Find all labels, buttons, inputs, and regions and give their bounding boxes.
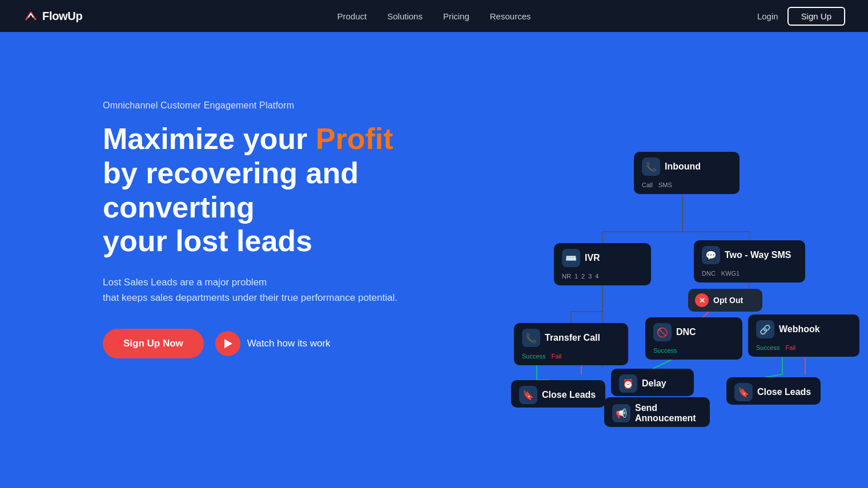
close-leads-right-icon: 🔖 — [734, 383, 753, 401]
inbound-tag-call: Call — [642, 182, 653, 188]
logo[interactable]: FlowUp — [23, 8, 82, 24]
webhook-tag-success: Success — [756, 344, 780, 351]
delay-icon: ⏰ — [619, 374, 637, 393]
navbar: FlowUp Product Solutions Pricing Resourc… — [0, 0, 868, 32]
node-close-leads-left: 🔖 Close Leads — [511, 380, 605, 408]
hero-description: Lost Sales Leads are a major problem tha… — [103, 275, 457, 305]
nav-pricing[interactable]: Pricing — [443, 11, 469, 21]
dnc-icon: 🚫 — [653, 323, 672, 341]
hero-subtitle: Omnichannel Customer Engagement Platform — [103, 100, 457, 111]
hero-desc-2: that keeps sales departments under their… — [103, 292, 397, 303]
transfer-tag-fail: Fail — [552, 353, 562, 360]
webhook-tag-fail: Fail — [786, 344, 796, 351]
node-transfer-call: 📞 Transfer Call Success Fail — [514, 323, 628, 365]
signup-hero-button[interactable]: Sign Up Now — [103, 329, 204, 358]
transfer-tag-success: Success — [522, 353, 546, 360]
node-webhook: 🔗 Webhook Success Fail — [748, 314, 859, 357]
play-triangle — [224, 339, 232, 348]
twoway-title: Two - Way SMS — [725, 250, 791, 260]
node-ivr: ⌨️ IVR NR 1 2 3 4 — [554, 243, 651, 285]
hero-title-prefix: Maximize your — [103, 122, 316, 155]
nav-links: Product Solutions Pricing Resources — [337, 11, 531, 21]
watch-button[interactable]: Watch how its work — [215, 331, 331, 356]
watch-label: Watch how its work — [247, 338, 331, 349]
nav-actions: Login Sign Up — [757, 7, 845, 26]
transfer-title: Transfer Call — [545, 333, 600, 343]
twoway-tag-dnc: DNC — [702, 270, 716, 277]
hero-title-line3: your lost leads — [103, 224, 312, 257]
signup-nav-button[interactable]: Sign Up — [787, 7, 845, 26]
node-inbound: 📞 Inbound Call SMS — [634, 152, 740, 194]
ivr-tag-2: 2 — [581, 273, 585, 280]
inbound-title: Inbound — [665, 162, 701, 172]
optout-title: Opt Out — [713, 296, 743, 305]
nav-solutions[interactable]: Solutions — [387, 11, 423, 21]
optout-x-icon: ✕ — [695, 293, 709, 307]
hero-title: Maximize your Profit by recovering and c… — [103, 122, 457, 259]
close-leads-right-title: Close Leads — [757, 387, 811, 397]
inbound-icon: 📞 — [642, 158, 660, 176]
ivr-tag-3: 3 — [588, 273, 592, 280]
webhook-title: Webhook — [779, 324, 820, 334]
webhook-icon: 🔗 — [756, 320, 774, 338]
ivr-icon: ⌨️ — [562, 249, 580, 267]
ivr-title: IVR — [585, 253, 600, 263]
hero-buttons: Sign Up Now Watch how its work — [103, 329, 457, 358]
close-leads-left-title: Close Leads — [542, 390, 596, 400]
hero-section: Omnichannel Customer Engagement Platform… — [0, 32, 868, 488]
delay-title: Delay — [642, 378, 666, 389]
hero-title-line2: by recovering and converting — [103, 156, 359, 224]
node-optout: ✕ Opt Out — [688, 289, 762, 312]
hero-content: Omnichannel Customer Engagement Platform… — [103, 78, 457, 358]
flow-diagram: 📞 Inbound Call SMS ⌨️ IVR NR 1 2 — [480, 78, 868, 477]
nav-resources[interactable]: Resources — [490, 11, 531, 21]
hero-title-accent: Profit — [316, 122, 393, 155]
node-send-announcement: 📢 Send Annoucement — [604, 397, 710, 427]
ivr-tag-1: 1 — [574, 273, 578, 280]
node-close-leads-right: 🔖 Close Leads — [726, 377, 821, 405]
ivr-tag-nr: NR — [562, 273, 571, 280]
node-dnc: 🚫 DNC Success — [645, 317, 742, 360]
transfer-icon: 📞 — [522, 329, 540, 347]
ivr-tag-4: 4 — [595, 273, 598, 280]
node-twoway-sms: 💬 Two - Way SMS DNC KWG1 — [694, 240, 805, 283]
twoway-icon: 💬 — [702, 246, 720, 264]
dnc-title: DNC — [676, 327, 696, 337]
send-announce-title: Send Annoucement — [635, 403, 702, 424]
flow-diagram-container: 📞 Inbound Call SMS ⌨️ IVR NR 1 2 — [480, 78, 868, 477]
logo-text: FlowUp — [42, 10, 82, 23]
dnc-tag-success: Success — [653, 347, 677, 354]
node-delay: ⏰ Delay — [611, 369, 694, 396]
nav-product[interactable]: Product — [337, 11, 367, 21]
send-announce-icon: 📢 — [612, 404, 630, 422]
close-leads-left-icon: 🔖 — [519, 386, 537, 404]
twoway-tag-kwg1: KWG1 — [721, 270, 740, 277]
play-icon — [215, 331, 240, 356]
inbound-tag-sms: SMS — [658, 182, 672, 188]
login-button[interactable]: Login — [757, 11, 778, 21]
hero-desc-1: Lost Sales Leads are a major problem — [103, 277, 267, 288]
